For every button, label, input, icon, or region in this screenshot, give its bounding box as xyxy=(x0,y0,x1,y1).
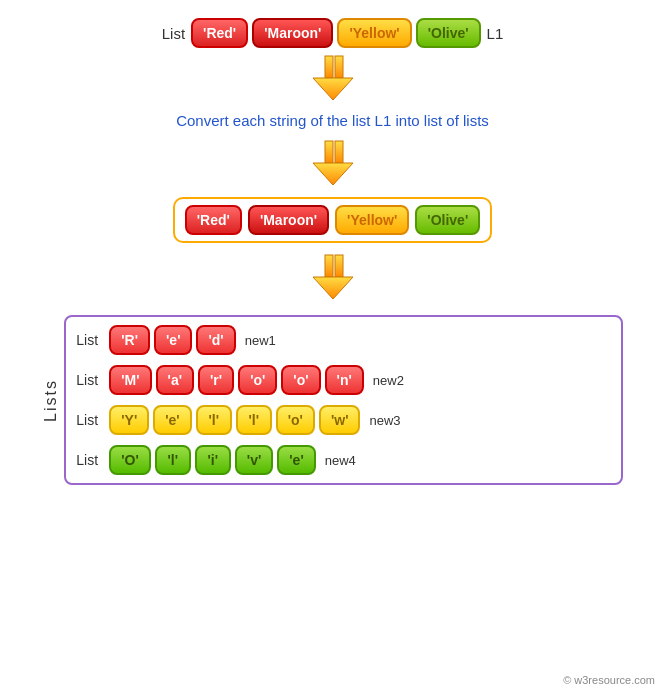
main-diagram: List 'Red''Maroon''Yellow''Olive' L1 Con… xyxy=(0,0,665,495)
char-pill: 'a' xyxy=(156,365,194,395)
arrow-3 xyxy=(307,253,359,301)
char-pill: 'e' xyxy=(153,405,191,435)
lists-label-container: Lists xyxy=(42,315,60,485)
arrow-2 xyxy=(307,139,359,187)
svg-marker-2 xyxy=(313,78,353,100)
l1-pill: 'Maroon' xyxy=(252,18,333,48)
middle-list: 'Red''Maroon''Yellow''Olive' xyxy=(173,197,492,243)
l1-pill: 'Olive' xyxy=(416,18,481,48)
svg-rect-6 xyxy=(325,255,333,277)
middle-list-pill: 'Maroon' xyxy=(248,205,329,235)
l1-pill: 'Red' xyxy=(191,18,248,48)
l1-pill: 'Yellow' xyxy=(337,18,411,48)
char-pill: 'O' xyxy=(109,445,151,475)
sub-list-row: List'Y''e''l''l''o''w'new3 xyxy=(76,405,611,435)
sub-list-label: List xyxy=(76,372,102,388)
char-pill: 'o' xyxy=(276,405,315,435)
char-pill: 'l' xyxy=(236,405,272,435)
sub-list-row: List'R''e''d'new1 xyxy=(76,325,611,355)
char-pill: 'w' xyxy=(319,405,361,435)
middle-list-pill: 'Olive' xyxy=(415,205,480,235)
char-pill: 'v' xyxy=(235,445,273,475)
sub-list-label: List xyxy=(76,452,102,468)
sub-list-pills: 'O''l''i''v''e' xyxy=(109,445,315,475)
sub-list-label: List xyxy=(76,332,102,348)
char-pill: 'M' xyxy=(109,365,151,395)
l1-label: L1 xyxy=(487,25,504,42)
sub-list-pills: 'R''e''d' xyxy=(109,325,235,355)
new-label-4: new4 xyxy=(325,453,356,468)
char-pill: 'n' xyxy=(325,365,364,395)
sub-list-row: List'O''l''i''v''e'new4 xyxy=(76,445,611,475)
lists-section: Lists List'R''e''d'new1List'M''a''r''o''… xyxy=(42,315,623,485)
middle-list-pill: 'Red' xyxy=(185,205,242,235)
char-pill: 'd' xyxy=(196,325,235,355)
watermark: © w3resource.com xyxy=(563,674,655,686)
svg-rect-4 xyxy=(335,141,343,163)
sub-list-pills: 'Y''e''l''l''o''w' xyxy=(109,405,360,435)
bracket-container: List'R''e''d'new1List'M''a''r''o''o''n'n… xyxy=(64,315,623,485)
svg-rect-3 xyxy=(325,141,333,163)
char-pill: 'R' xyxy=(109,325,150,355)
new-label-2: new2 xyxy=(373,373,404,388)
sub-list-pills: 'M''a''r''o''o''n' xyxy=(109,365,364,395)
middle-list-pill: 'Yellow' xyxy=(335,205,409,235)
char-pill: 'o' xyxy=(281,365,320,395)
new-label-1: new1 xyxy=(245,333,276,348)
sub-list-row: List'M''a''r''o''o''n'new2 xyxy=(76,365,611,395)
svg-marker-5 xyxy=(313,163,353,185)
svg-rect-1 xyxy=(335,56,343,78)
char-pill: 'l' xyxy=(155,445,191,475)
char-pill: 'l' xyxy=(196,405,232,435)
new-label-3: new3 xyxy=(369,413,400,428)
char-pill: 'e' xyxy=(154,325,192,355)
sub-list-label: List xyxy=(76,412,102,428)
char-pill: 'Y' xyxy=(109,405,149,435)
description-text: Convert each string of the list L1 into … xyxy=(176,112,489,129)
svg-marker-8 xyxy=(313,277,353,299)
char-pill: 'e' xyxy=(277,445,315,475)
svg-rect-0 xyxy=(325,56,333,78)
arrow-1 xyxy=(307,54,359,102)
lists-label: Lists xyxy=(42,379,60,422)
char-pill: 'r' xyxy=(198,365,234,395)
list-label-l1: List xyxy=(162,25,185,42)
char-pill: 'i' xyxy=(195,445,231,475)
l1-pills: 'Red''Maroon''Yellow''Olive' xyxy=(191,18,480,48)
svg-rect-7 xyxy=(335,255,343,277)
row-list-l1: List 'Red''Maroon''Yellow''Olive' L1 xyxy=(162,18,504,48)
char-pill: 'o' xyxy=(238,365,277,395)
